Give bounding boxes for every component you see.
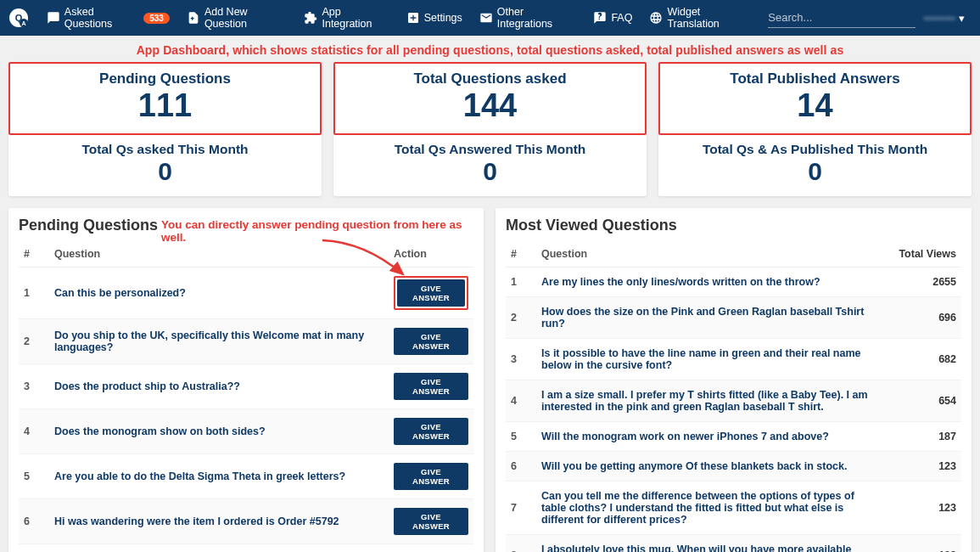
nav-widget-translation[interactable]: Widget Translation [641,0,758,36]
svg-text:A: A [22,20,26,26]
row-question: Is it possible to have the line name in … [536,339,885,380]
question-link[interactable]: Are my lines the only lines/words writte… [541,276,820,288]
question-link[interactable]: Does the product ship to Australia?? [54,380,240,392]
stat-label: Total Published Answers [660,70,970,87]
nav-label: App Integration [322,6,389,30]
plus-box-icon [406,11,420,25]
question-link[interactable]: Does the monogram show on both sides? [54,425,266,437]
chevron-down-icon: ▾ [959,12,965,25]
question-link[interactable]: I am a size small. I prefer my T shirts … [541,389,868,413]
nav-other-integrations[interactable]: Other Integrations [471,0,585,36]
nav-faq[interactable]: FAQ [585,0,641,36]
app-logo: QA [7,5,31,31]
row-question: Does the monogram show on both sides? [49,409,389,454]
row-idx: 7 [506,482,536,535]
mail-icon [479,11,493,25]
table-row: 7Can you tell me the difference between … [506,482,961,535]
row-idx: 2 [19,319,49,364]
row-question: Do you provide gift certificates? [49,544,389,552]
question-link[interactable]: Will the monogram work on newer iPhones … [541,431,829,442]
row-idx: 4 [19,409,49,454]
stat-value: 0 [658,157,972,187]
table-row: 1Can this be personalized?GIVE ANSWER [19,268,473,319]
row-action: GIVE ANSWER [389,409,473,454]
stat-value: 14 [660,87,970,125]
row-idx: 1 [506,268,536,297]
question-link[interactable]: Will you be getting anymore Of these bla… [541,460,847,472]
row-question: Will the monogram work on newer iPhones … [536,422,885,452]
question-link[interactable]: Hi was wandering were the item I ordered… [54,515,339,527]
stat-card-1: Total Questions asked144Total Qs Answere… [333,62,647,196]
stat-value: 111 [10,87,320,125]
pending-questions-panel: Pending Questions You can directly answe… [8,208,484,552]
table-row: 1Are my lines the only lines/words writt… [506,268,961,297]
give-answer-button[interactable]: GIVE ANSWER [394,508,468,535]
question-link[interactable]: Is it possible to have the line name in … [541,347,861,371]
most-viewed-panel: Most Viewed Questions # Question Total V… [496,208,972,552]
table-row: 5Are you able to do the Delta Sigma Thet… [19,454,473,499]
stat-card-0: Pending Questions111Total Qs asked This … [8,62,322,196]
row-question: Are my lines the only lines/words writte… [536,268,885,297]
row-action: GIVE ANSWER [389,364,473,409]
pending-table: # Question Action 1Can this be personali… [19,239,473,552]
stat-label: Pending Questions [10,70,320,87]
table-row: 2How does the size on the Pink and Green… [506,297,961,339]
row-idx: 7 [19,544,49,552]
question-link[interactable]: Can you tell me the difference between t… [541,490,854,526]
search-input[interactable] [768,8,915,28]
row-question: Does the product ship to Australia?? [49,364,389,409]
table-row: 4Does the monogram show on both sides?GI… [19,409,473,454]
nav-badge: 533 [143,13,170,24]
question-link[interactable]: Can this be personalized? [54,287,186,299]
stat-value: 0 [333,157,647,187]
row-idx: 3 [506,339,536,380]
stat-bottom: Total Qs asked This Month0 [8,135,322,197]
row-views: 654 [885,380,961,422]
give-answer-button[interactable]: GIVE ANSWER [394,373,468,400]
user-menu[interactable]: ——— ▾ [916,12,974,25]
nav-label: Asked Questions [64,6,137,30]
row-idx: 8 [506,535,536,552]
most-viewed-table: # Question Total Views 1Are my lines the… [506,239,961,552]
question-link[interactable]: Do you ship to the UK, specifically this… [54,330,364,353]
give-answer-button[interactable]: GIVE ANSWER [394,418,468,445]
table-row: 6Hi was wandering were the item I ordere… [19,499,473,544]
annotation-banner: App Dashboard, which shows statistics fo… [0,36,980,62]
question-link[interactable]: How does the size on the Pink and Green … [541,306,864,330]
row-idx: 3 [19,364,49,409]
stat-top: Pending Questions111 [8,62,322,135]
row-idx: 6 [506,452,536,482]
faq-icon [593,11,607,25]
stat-label: Total Questions asked [335,70,645,87]
row-idx: 5 [506,422,536,452]
table-row: 5Will the monogram work on newer iPhones… [506,422,961,452]
question-link[interactable]: Are you able to do the Delta Sigma Theta… [54,470,345,482]
row-views: 682 [885,339,961,380]
note-add-icon [187,11,200,25]
row-question: I am a size small. I prefer my T shirts … [536,380,885,422]
question-link[interactable]: I absolutely love this mug. When will yo… [541,544,851,552]
row-idx: 5 [19,454,49,499]
nav-settings[interactable]: Settings [398,0,471,36]
nav-label: Other Integrations [497,6,577,30]
nav-app-integration[interactable]: App Integration [295,0,397,36]
give-answer-button[interactable]: GIVE ANSWER [397,279,465,307]
row-question: Do you ship to the UK, specifically this… [49,319,389,364]
table-row: 3Does the product ship to Australia??GIV… [19,364,473,409]
stat-value: 0 [8,157,322,187]
row-views: 696 [885,297,961,339]
row-views: 123 [885,482,961,535]
nav-asked-questions[interactable]: Asked Questions533 [38,0,178,36]
table-row: 8I absolutely love this mug. When will y… [506,535,961,552]
stats-row: Pending Questions111Total Qs asked This … [0,62,980,196]
highlight-box: GIVE ANSWER [394,276,468,310]
row-question: I absolutely love this mug. When will yo… [536,535,885,552]
row-action: GIVE ANSWER [389,454,473,499]
give-answer-button[interactable]: GIVE ANSWER [394,463,468,490]
row-question: Hi was wandering were the item I ordered… [49,499,389,544]
give-answer-button[interactable]: GIVE ANSWER [394,328,468,355]
nav-add-new-question[interactable]: Add New Question [178,0,296,36]
stat-label: Total Qs asked This Month [8,142,322,157]
row-question: Can this be personalized? [49,268,389,319]
user-label: ——— [924,12,956,24]
